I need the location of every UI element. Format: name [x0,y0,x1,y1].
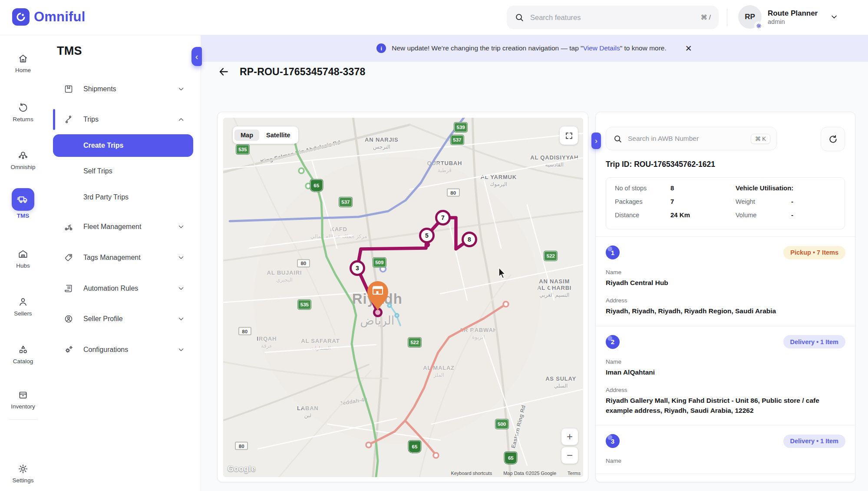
trip-panel: › ⌘ K Trip ID: ROU-1765345762-1621 No of… [595,112,855,482]
stop-number-badge: 1 [606,246,620,259]
sidebar-item-self-trips[interactable]: Self Trips [53,162,194,181]
route-shield: 522 [544,251,557,261]
stop-card[interactable]: 3 Delivery • 1 Item Name [596,425,855,474]
route-shield: 80 [235,442,248,450]
stop-name: Riyadh Central Hub [606,278,842,288]
banner-close-button[interactable]: ✕ [685,44,692,53]
map-canvas[interactable]: AN NARJISالنرجسQURTUBAHقرطبةAL YARMUKالي… [223,118,583,477]
stop-number-badge: 3 [606,434,620,448]
vehicle-utilisation-title: Vehicle Utilisation: [736,184,793,192]
banner-text: New update! We’re changing the trip crea… [392,44,667,52]
update-banner: i New update! We’re changing the trip cr… [201,35,868,62]
rail-item-settings[interactable]: Settings [0,463,46,484]
sidebar-item-3rd-party-trips[interactable]: 3rd Party Trips [53,188,194,207]
rail-label: TMS [0,212,46,219]
route-shield: 80 [297,259,310,267]
chevron-down-icon [177,254,185,262]
stops-list[interactable]: 1 Pickup • 7 Items Name Riyadh Central H… [596,236,855,482]
zoom-in-button[interactable]: + [561,428,578,445]
sidebar-item-label: Automation Rules [83,285,177,292]
route-shield: 65 [505,452,517,464]
route-shield: 500 [495,419,508,429]
brand-logo[interactable]: Omniful [12,8,86,26]
rail-label: Sellers [0,310,46,317]
fullscreen-button[interactable] [560,126,578,145]
header-divider [727,9,727,26]
name-label: Name [606,458,845,464]
route-shield: 65 [310,179,323,192]
awb-search-input[interactable] [627,134,746,143]
rail-item-omniship[interactable]: Omniship [0,150,46,170]
stop-type-badge: Pickup • 7 Items [783,246,845,259]
person-icon [17,296,29,308]
route-shield: 65 [409,441,421,453]
brand-logo-icon [12,8,30,26]
search-shortcut: ⌘ / [701,13,711,21]
keyboard-shortcuts-link[interactable]: Keyboard shortcuts [451,471,492,476]
app-header: Omniful ⌘ / RP Route Planner admin [0,0,868,35]
stop-type-badge: Delivery • 1 Item [783,435,845,448]
route-shield: 535 [298,300,311,309]
chevron-up-icon [177,116,185,123]
sidebar-item-shipments[interactable]: Shipments [53,80,194,99]
box-icon [17,389,29,401]
stop-card[interactable]: 2 Delivery • 1 Item Name Iman AlQahtani … [596,326,855,425]
global-search[interactable]: ⌘ / [507,6,719,29]
rail-item-sellers[interactable]: Sellers [0,296,46,317]
rail-item-hubs[interactable]: Hubs [0,249,46,269]
trip-id-value: ROU-1765345762-1621 [634,160,715,169]
google-logo: Google [228,464,256,474]
user-menu[interactable]: RP Route Planner admin [738,5,838,29]
banner-text-before: New update! We’re changing the trip crea… [392,44,583,52]
rail-label: Catalog [0,358,46,365]
sidebar-title: TMS [57,44,82,58]
sidebar-item-automation-rules[interactable]: Automation Rules [53,279,194,298]
chevron-down-icon [830,13,838,21]
stop-card[interactable]: 1 Pickup • 7 Items Name Riyadh Central H… [596,237,855,326]
map-type-control: Map Satellite [233,126,298,144]
global-search-input[interactable] [529,13,696,22]
chevron-down-icon [177,223,185,231]
stat-label: No of stops [615,185,670,192]
rail-item-catalog[interactable]: Catalog [0,344,46,365]
map-attribution: Keyboard shortcuts Map Data ©2025 Google… [451,471,581,476]
address-label: Address [606,387,845,393]
sidebar-item-tags-management[interactable]: Tags Management [53,248,194,267]
sidebar-item-create-trips[interactable]: Create Trips [53,134,193,157]
rail-item-home[interactable]: Home [0,53,46,73]
view-details-link[interactable]: View Details [583,44,620,52]
rail-item-returns[interactable]: Returns [0,102,46,123]
sidebar-item-configurations[interactable]: Configurations [53,340,194,359]
rail-item-tms[interactable] [12,188,34,211]
map-type-satellite-button[interactable]: Satellite [260,129,297,141]
rail-item-tms-label[interactable]: TMS [0,212,46,219]
map-card: AN NARJISالنرجسQURTUBAHقرطبةAL YARMUKالي… [217,112,588,482]
zoom-out-button[interactable]: − [561,447,578,464]
refresh-button[interactable] [821,127,845,151]
sidebar-item-label: 3rd Party Trips [83,193,194,201]
route-shield: 537 [339,197,352,207]
trip-stats-card: No of stops8 Packages7 Distance24 Km Veh… [606,177,845,229]
sidebar-item-fleet-management[interactable]: Fleet Management [53,217,194,236]
route-shield: 535 [236,145,249,154]
sidebar-collapse-button[interactable]: ‹ [191,47,202,66]
map-type-map-button[interactable]: Map [234,129,259,141]
gear-icon [17,463,29,474]
back-button[interactable] [217,65,230,78]
avatar-gear-icon [754,21,763,30]
chevron-down-icon [177,285,185,292]
map-data-text: Map Data ©2025 Google [503,471,556,476]
sidebar-item-seller-profile[interactable]: Seller Profile [53,309,194,328]
stop-address: Riyadh Gallery Mall, King Fahd District … [606,396,842,415]
stat-label: Distance [615,212,670,219]
terms-link[interactable]: Terms [568,471,581,476]
tag-icon [63,252,74,263]
awb-search[interactable]: ⌘ K [606,127,777,150]
rail-item-inventory[interactable]: Inventory [0,389,46,410]
sidebar-item-trips[interactable]: Trips [53,110,194,129]
stat-value: 24 Km [670,211,690,219]
truck-icon [17,193,29,206]
chevron-down-icon [177,85,185,93]
panel-expand-button[interactable]: › [591,133,601,149]
rail-label: Omniship [0,164,46,170]
